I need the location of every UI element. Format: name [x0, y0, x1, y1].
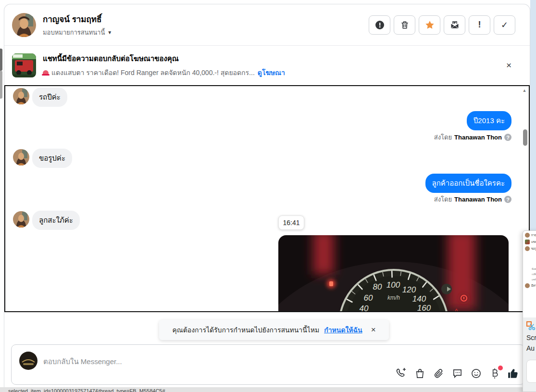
mini-avatar: [525, 246, 530, 251]
toast-close-icon[interactable]: ×: [371, 325, 376, 335]
scrollbar-up-arrow[interactable]: ▲: [522, 88, 527, 93]
contact-avatar: [13, 149, 29, 165]
svg-text:160: 160: [417, 303, 431, 311]
header-action-toolbar: ! ✓: [369, 15, 522, 35]
screenshot-tool-panel[interactable]: กาญจน์ รา… แชทนี้มีข้อ… ขอรูปค่ะ… ข้อควา…: [523, 230, 536, 392]
ad-banner-close-icon[interactable]: ×: [506, 60, 511, 71]
message-image-dashboard-photo[interactable]: 40 60 80 100 120 140 160 km/h A: [278, 235, 509, 311]
preview-row: กาญจน์ รา…: [525, 233, 536, 238]
reply-composer[interactable]: ตอบกลับใน Messenger...: [11, 344, 525, 385]
help-icon[interactable]: ?: [504, 134, 511, 141]
like-thumb-icon[interactable]: [507, 367, 520, 379]
svg-text:60: 60: [364, 293, 373, 303]
tool-input-box[interactable]: [526, 360, 536, 383]
help-icon[interactable]: ?: [504, 196, 511, 203]
ad-banner-title: แชทนี้มีข้อความตอบกลับต่อโฆษณาของคุณ: [43, 53, 285, 64]
check-icon: ✓: [501, 20, 508, 30]
mark-done-button[interactable]: ✓: [494, 15, 515, 35]
agent-name: Thanawan Thon: [454, 134, 502, 141]
composer-toolbar: [395, 367, 520, 379]
report-icon: [375, 20, 385, 30]
chevron-down-icon: ▼: [107, 30, 112, 35]
contact-avatar: [13, 88, 29, 104]
ad-thumbnail[interactable]: [12, 53, 36, 77]
follow-up-button[interactable]: [419, 15, 440, 35]
tool-label: Au: [526, 344, 536, 352]
assign-question: คุณต้องการได้รับการกำหนดไปยังการสนทนานี้…: [172, 325, 319, 335]
attachment-paperclip-icon[interactable]: [432, 367, 445, 379]
left-edge-scrollbar-fragment: [0, 49, 2, 71]
message-thread: รถปีค่ะ ปี2013 คะ ส่งโดยThanawan Thon ? …: [4, 85, 530, 312]
mini-avatar: [525, 233, 530, 238]
conversation-header: กาญจน์ รามฤทธิ์ มอบหมายการสนทนานี้ ▼: [4, 4, 530, 46]
left-edge-scrollbar-fragment: [0, 71, 2, 99]
call-icon[interactable]: [395, 367, 407, 379]
delete-button[interactable]: [394, 15, 415, 35]
scrollbar-thumb[interactable]: [523, 129, 527, 146]
message-bubble[interactable]: รถปีค่ะ: [32, 88, 67, 107]
ad-snippet: แดงแสบตา ราคาเดือด! Ford Ranger ลดจัดหนั…: [51, 67, 255, 78]
trash-icon: [400, 20, 410, 30]
message-bubble[interactable]: ปี2013 คะ: [467, 111, 511, 130]
svg-text:120: 120: [402, 285, 416, 294]
reply-input[interactable]: ตอบกลับใน Messenger...: [43, 356, 122, 367]
svg-text:40: 40: [360, 304, 369, 311]
preview-row: แชทนี้มีข้อ…: [525, 240, 536, 244]
mark-unread-envelope-icon: [450, 20, 460, 30]
exclamation-icon: !: [478, 20, 481, 30]
agent-name: Thanawan Thon: [454, 196, 502, 203]
view-ad-link[interactable]: ดูโฆษณา: [258, 67, 285, 78]
mini-avatar: [525, 283, 530, 288]
police-car-light-icon: [43, 70, 49, 76]
message-bubble[interactable]: ลูกสะใภ้ค่ะ: [32, 211, 80, 230]
sent-by-attribution: ส่งโดยThanawan Thon ?: [434, 194, 511, 204]
svg-text:80: 80: [373, 282, 382, 291]
flag-button[interactable]: !: [469, 15, 490, 35]
saved-replies-icon[interactable]: [451, 367, 463, 379]
notification-badge: [498, 366, 503, 370]
mark-unread-button[interactable]: [444, 15, 465, 35]
commerce-bag-icon[interactable]: [413, 367, 426, 379]
svg-text:140: 140: [412, 294, 426, 303]
preview-row: มีสา…: [525, 283, 536, 288]
message-bubble[interactable]: ขอรูปค่ะ: [32, 149, 72, 168]
star-icon: [424, 20, 435, 30]
contact-avatar: [13, 211, 29, 228]
ad-reply-banner: แชทนี้มีข้อความตอบกลับต่อโฆษณาของคุณ แดง…: [4, 46, 530, 85]
assign-to-me-link[interactable]: กำหนดให้ฉัน: [324, 325, 362, 335]
conversation-card: กาญจน์ รามฤทธิ์ มอบหมายการสนทนานี้ ▼: [4, 4, 530, 392]
snip-tool-section: Scr Au: [523, 317, 536, 392]
assign-toast: คุณต้องการได้รับการกำหนดไปยังการสนทนานี้…: [159, 320, 389, 340]
page-avatar: [19, 352, 37, 370]
svg-text:A: A: [454, 307, 459, 311]
emoji-icon[interactable]: [470, 367, 482, 379]
browser-status-bar: …selected_item_id=100000319757147&thread…: [0, 387, 524, 392]
svg-text:km/h: km/h: [387, 294, 400, 301]
message-timestamp-tooltip: 16:41: [278, 215, 304, 230]
tool-label: Scr: [526, 334, 536, 341]
preview-row: ขอรูปค่ะ…: [525, 246, 536, 251]
assign-conversation-dropdown[interactable]: มอบหมายการสนทนานี้ ▼: [43, 27, 112, 38]
contact-name: กาญจน์ รามฤทธิ์: [43, 13, 112, 25]
message-bubble[interactable]: ลูกค้าออกเป็นชื่อใครคะ: [425, 174, 511, 193]
report-button[interactable]: [369, 15, 390, 35]
svg-text:100: 100: [386, 280, 400, 290]
payment-baht-icon[interactable]: [488, 367, 501, 379]
mini-ad-thumb: [525, 240, 530, 244]
contact-avatar: [12, 13, 36, 37]
sent-by-attribution: ส่งโดยThanawan Thon ?: [434, 132, 511, 142]
